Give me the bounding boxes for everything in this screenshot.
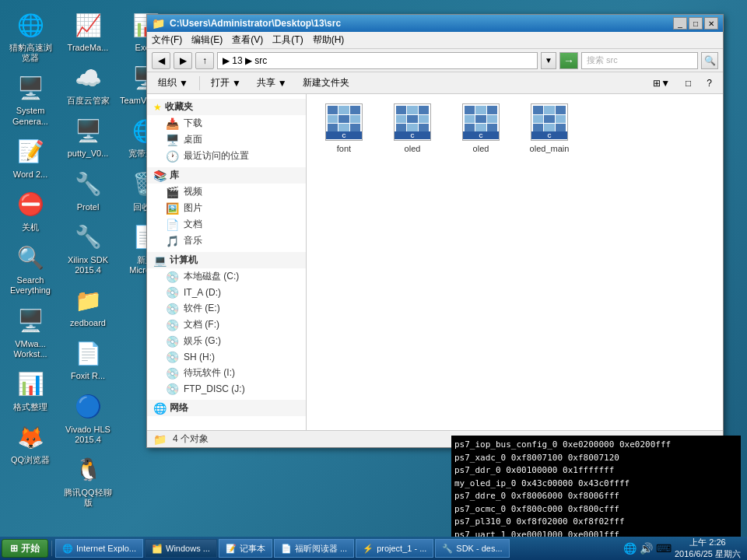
- explorer-icon: 📁: [152, 17, 165, 30]
- sidebar-item-docs[interactable]: 📄 文档: [147, 216, 306, 233]
- sidebar-item-e-drive[interactable]: 💿 软件 (E:): [147, 300, 306, 317]
- up-button[interactable]: ↑: [195, 52, 214, 69]
- taskbar-item-project[interactable]: ⚡ project_1 - ...: [356, 539, 433, 558]
- c-drive-label: 本地磁盘 (C:): [184, 270, 239, 283]
- sidebar-computer-header[interactable]: 💻 计算机: [147, 252, 306, 268]
- sidebar-item-music[interactable]: 🎵 音乐: [147, 233, 306, 249]
- sidebar-item-recent[interactable]: 🕐 最近访问的位置: [147, 148, 306, 164]
- share-label: 共享: [257, 76, 275, 89]
- search-placeholder: 搜索 src: [587, 54, 618, 66]
- forward-button[interactable]: ▶: [174, 52, 192, 69]
- minimize-button[interactable]: _: [673, 17, 687, 30]
- c-drive-icon: 💿: [166, 271, 179, 283]
- search-button[interactable]: 🔍: [701, 52, 718, 69]
- foxit-label: Foxit R...: [71, 371, 105, 381]
- desktop-icon-putty[interactable]: 🖥️ putty_V0...: [61, 112, 115, 162]
- j-drive-label: FTP_DISC (J:): [184, 383, 245, 394]
- tray-keyboard-icon[interactable]: ⌨: [656, 542, 672, 555]
- music-icon: 🎵: [166, 235, 179, 247]
- desktop-icon-vmware[interactable]: 🖥️ VMwa... Workst...: [3, 303, 58, 362]
- sidebar-item-download[interactable]: 📥 下载: [147, 115, 306, 131]
- sidebar-library-section: 📚 库 🎬 视频 🖼️ 图片 📄 文档: [147, 166, 306, 250]
- desktop-icon-trade[interactable]: 📈 TradeMa...: [61, 6, 115, 56]
- sidebar-item-h-drive[interactable]: 💿 SH (H:): [147, 349, 306, 365]
- address-dropdown[interactable]: ▼: [541, 52, 556, 69]
- zedboard-label: zedboard: [70, 318, 106, 328]
- taskbar-item-notepad[interactable]: 📝 记事本: [219, 539, 272, 558]
- sidebar-item-f-drive[interactable]: 💿 文档 (F:): [147, 317, 306, 333]
- ie-icon: 🌐: [62, 544, 73, 554]
- xilinx-icon: 🔧: [72, 222, 103, 253]
- desktop-icon-protel[interactable]: 🔧 Protel: [61, 166, 115, 215]
- taskbar-item-ie[interactable]: 🌐 Internet Explo...: [55, 539, 143, 558]
- menu-edit[interactable]: 编辑(E): [191, 33, 223, 47]
- sidebar-favorites-header[interactable]: ★ 收藏夹: [147, 99, 306, 115]
- sidebar-item-g-drive[interactable]: 💿 娱乐 (G:): [147, 333, 306, 349]
- taskbar-item-sdk[interactable]: 🔧 SDK - des...: [435, 539, 509, 558]
- sidebar-item-d-drive[interactable]: 💿 IT_A (D:): [147, 285, 306, 300]
- sidebar-item-desktop[interactable]: 🖥️ 桌面: [147, 131, 306, 148]
- go-button[interactable]: →: [559, 52, 578, 69]
- file-item-oled2[interactable]: C oled: [450, 100, 512, 157]
- share-button[interactable]: 共享▼: [251, 75, 293, 92]
- search-box[interactable]: 搜索 src: [581, 52, 698, 69]
- shutdown-icon: ⛔: [15, 189, 46, 220]
- desktop-icon-search[interactable]: 🔍 Search Everything: [3, 239, 58, 299]
- format-icon: 📊: [15, 369, 46, 400]
- sidebar-library-header[interactable]: 📚 库: [147, 167, 306, 184]
- menu-help[interactable]: 帮助(H): [313, 33, 345, 47]
- start-button[interactable]: ⊞ 开始: [2, 539, 48, 558]
- desktop-icon-vivado[interactable]: 🔵 Vivado HLS 2015.4: [61, 388, 115, 448]
- back-button[interactable]: ◀: [152, 52, 170, 69]
- menu-view[interactable]: 查看(V): [232, 33, 263, 47]
- sidebar-item-i-drive[interactable]: 💿 待玩软件 (I:): [147, 365, 306, 381]
- desktop-icon-foxit[interactable]: 📄 Foxit R...: [61, 334, 115, 384]
- sdk-label: SDK - des...: [456, 544, 502, 553]
- sidebar-item-photos[interactable]: 🖼️ 图片: [147, 200, 306, 216]
- vivado-label: Vivado HLS 2015.4: [64, 425, 112, 445]
- sidebar-item-video[interactable]: 🎬 视频: [147, 184, 306, 200]
- taskbar-tray: 🌐 🔊 ⌨ 上午 2:26 2016/6/25 星期六: [619, 537, 745, 560]
- desktop-icon-tencent[interactable]: 🐧 腾讯QQ轻聊版: [61, 451, 115, 511]
- desktop-icon-browser[interactable]: 🌐 猎豹高速浏览器: [3, 6, 58, 66]
- font-file-icon: C: [325, 103, 363, 141]
- help-button[interactable]: ?: [700, 75, 718, 92]
- terminal-line-3: ps7_ddr_0 0x00100000 0x1fffffff: [454, 464, 738, 478]
- sidebar-favorites-section: ★ 收藏夹 📥 下载 🖥️ 桌面 🕐 最近访问的位置: [147, 97, 306, 166]
- terminal-line-1: ps7_iop_bus_config_0 0xe0200000 0xe0200f…: [454, 439, 738, 452]
- tray-sound-icon[interactable]: 🔊: [640, 542, 653, 555]
- open-button[interactable]: 打开▼: [205, 75, 247, 92]
- view-options-button[interactable]: ⊞▼: [647, 75, 676, 92]
- new-folder-button[interactable]: 新建文件夹: [296, 75, 356, 92]
- organize-button[interactable]: 组织▼: [152, 75, 195, 92]
- file-item-font[interactable]: C font: [313, 100, 375, 157]
- taskbar-item-foxit[interactable]: 📄 福昕阅读器 ...: [274, 539, 354, 558]
- file-item-oled1[interactable]: C oled: [381, 100, 444, 157]
- desktop-icon-shutdown[interactable]: ⛔ 关机: [3, 186, 58, 236]
- desktop-icon-xilinx[interactable]: 🔧 Xilinx SDK 2015.4: [61, 219, 115, 278]
- desktop-icon-word[interactable]: 📝 Word 2...: [3, 133, 58, 183]
- sidebar-network-header[interactable]: 🌐 网络: [147, 400, 306, 416]
- desktop-icon-qq-browser[interactable]: 🦊 QQ浏览器: [3, 418, 58, 468]
- close-button[interactable]: ✕: [704, 17, 718, 30]
- terminal-window: ps7_iop_bus_config_0 0xe0200000 0xe0200f…: [451, 436, 741, 537]
- preview-button[interactable]: □: [679, 75, 697, 92]
- desktop-icon-format[interactable]: 📊 格式整理: [3, 366, 58, 415]
- desktop-icon-baidu[interactable]: ☁️ 百度云管家: [61, 59, 115, 109]
- sidebar-item-c-drive[interactable]: 💿 本地磁盘 (C:): [147, 268, 306, 285]
- desktop-icon-system[interactable]: 🖥️ System Genera...: [3, 69, 58, 129]
- zedboard-icon: 📁: [72, 285, 103, 316]
- network-icon: 🌐: [153, 402, 167, 415]
- file-item-oled-main[interactable]: C oled_main: [518, 100, 580, 157]
- ie-label: Internet Explo...: [76, 544, 136, 553]
- maximize-button[interactable]: □: [689, 17, 703, 30]
- menu-file[interactable]: 文件(F): [152, 33, 182, 47]
- network-title: 网络: [170, 401, 188, 415]
- menu-tools[interactable]: 工具(T): [272, 33, 303, 47]
- status-text: 4 个对象: [173, 432, 209, 446]
- tray-network-icon[interactable]: 🌐: [623, 542, 637, 555]
- taskbar-item-explorer[interactable]: 🗂️ Windows ...: [145, 539, 217, 558]
- sidebar-item-j-drive[interactable]: 💿 FTP_DISC (J:): [147, 381, 306, 397]
- desktop-icon-zedboard[interactable]: 📁 zedboard: [61, 282, 115, 331]
- address-bar[interactable]: ▶ 13 ▶ src: [217, 52, 538, 69]
